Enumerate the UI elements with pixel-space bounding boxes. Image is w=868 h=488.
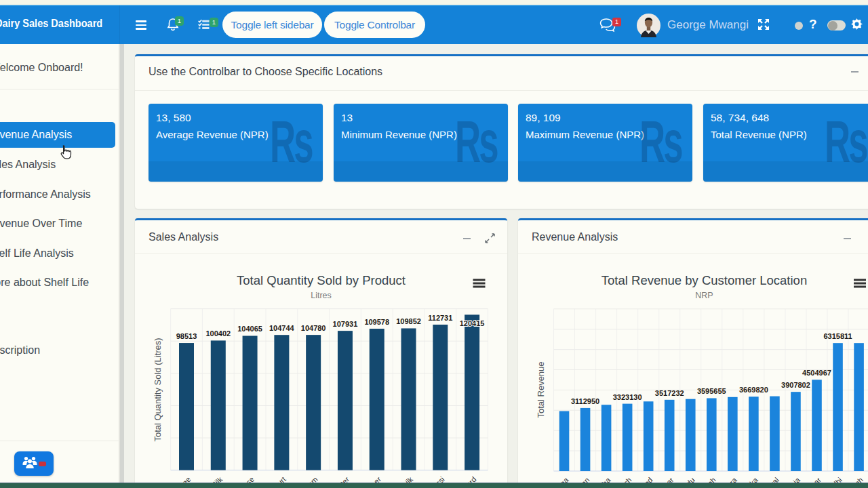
svg-text:104065: 104065 <box>237 325 262 333</box>
svg-text:104744: 104744 <box>269 324 295 332</box>
svg-text:Total Quantity Sold (Litres): Total Quantity Sold (Litres) <box>153 338 163 441</box>
svg-text:120415: 120415 <box>460 319 485 327</box>
svg-text:109852: 109852 <box>396 317 421 325</box>
svg-text:98513: 98513 <box>176 332 197 340</box>
svg-text:Total Revenue by Customer Loca: Total Revenue by Customer Location <box>601 273 807 287</box>
svg-text:3323130: 3323130 <box>613 393 642 401</box>
svg-text:112731: 112731 <box>428 314 452 322</box>
svg-text:NRP: NRP <box>695 291 713 300</box>
svg-text:3595655: 3595655 <box>697 387 726 395</box>
svg-text:104780: 104780 <box>301 324 326 332</box>
svg-text:3517232: 3517232 <box>655 389 684 397</box>
svg-text:100402: 100402 <box>205 329 231 338</box>
svg-text:Total Quantity Sold by Product: Total Quantity Sold by Product <box>237 273 406 287</box>
svg-text:4504967: 4504967 <box>802 369 831 377</box>
svg-text:6315811: 6315811 <box>823 332 852 340</box>
svg-text:3669820: 3669820 <box>739 386 768 394</box>
svg-text:Total Revenue: Total Revenue <box>536 361 546 418</box>
svg-text:3907802: 3907802 <box>781 381 810 389</box>
svg-text:Litres: Litres <box>311 291 332 300</box>
svg-text:107931: 107931 <box>333 320 358 328</box>
svg-text:3112950: 3112950 <box>571 397 599 405</box>
svg-text:109578: 109578 <box>364 318 389 326</box>
